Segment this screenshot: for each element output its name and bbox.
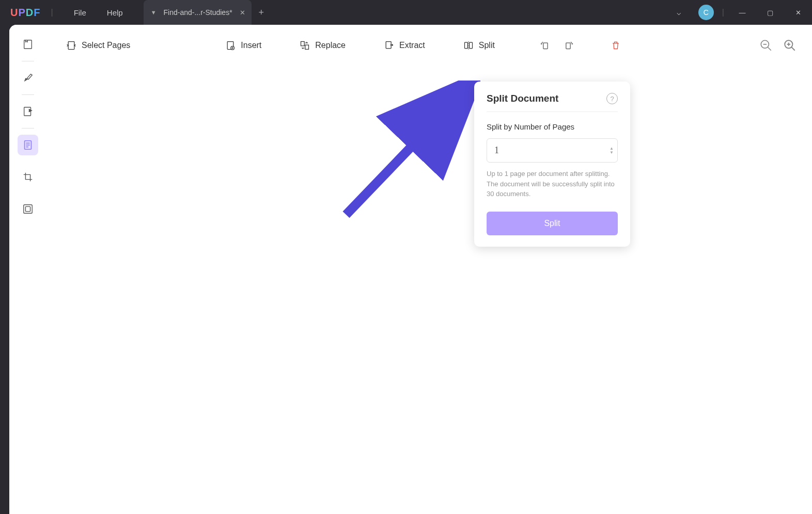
zoom-out-button[interactable] bbox=[759, 39, 773, 52]
extract-label: Extract bbox=[399, 41, 425, 50]
pages-count-input[interactable] bbox=[487, 138, 618, 163]
tab-dropdown-icon[interactable]: ▼ bbox=[151, 9, 157, 15]
rotate-left-button[interactable] bbox=[536, 36, 555, 55]
chevron-down-icon[interactable]: ⌵ bbox=[667, 0, 690, 25]
replace-button[interactable]: Replace bbox=[292, 36, 353, 55]
separator bbox=[22, 128, 34, 128]
separator bbox=[22, 61, 34, 61]
extract-button[interactable]: Extract bbox=[377, 36, 432, 55]
toolbar: Select Pages Insert Replace Extract Spli… bbox=[46, 25, 812, 66]
maximize-button[interactable]: ▢ bbox=[756, 0, 784, 25]
svg-rect-17 bbox=[543, 43, 548, 49]
insert-button[interactable]: Insert bbox=[218, 36, 269, 55]
rotate-right-button[interactable] bbox=[559, 36, 577, 55]
tab-title: Find-and-...r-Studies* bbox=[164, 8, 232, 17]
insert-label: Insert bbox=[241, 41, 261, 50]
svg-rect-7 bbox=[25, 206, 30, 211]
split-button[interactable]: Split bbox=[456, 36, 502, 55]
window-controls: ⌵ C | — ▢ ✕ bbox=[667, 0, 812, 25]
svg-rect-18 bbox=[566, 43, 570, 49]
svg-rect-8 bbox=[68, 42, 74, 50]
sidebar-edit[interactable] bbox=[18, 101, 38, 122]
help-menu[interactable]: Help bbox=[97, 8, 133, 17]
svg-rect-6 bbox=[24, 205, 33, 214]
separator: | bbox=[51, 8, 53, 17]
svg-rect-15 bbox=[469, 42, 472, 49]
split-document-panel: Split Document ? Split by Number of Page… bbox=[474, 82, 630, 247]
close-button[interactable]: ✕ bbox=[784, 0, 812, 25]
titlebar: UPDF | File Help ▼ Find-and-...r-Studies… bbox=[0, 0, 812, 25]
separator: | bbox=[722, 8, 724, 17]
sidebar-comment[interactable] bbox=[18, 68, 38, 88]
svg-rect-12 bbox=[305, 45, 309, 49]
thumbnail-grid bbox=[46, 66, 812, 514]
split-confirm-button[interactable]: Split bbox=[487, 212, 618, 235]
select-pages-label: Select Pages bbox=[82, 41, 130, 50]
main-area: Select Pages Insert Replace Extract Spli… bbox=[46, 25, 812, 514]
sidebar-crop[interactable] bbox=[18, 167, 38, 187]
tab-area: ▼ Find-and-...r-Studies* ✕ + bbox=[144, 0, 264, 25]
close-icon[interactable]: ✕ bbox=[240, 9, 245, 17]
svg-line-20 bbox=[768, 47, 771, 51]
content-area: Select Pages Insert Replace Extract Spli… bbox=[9, 25, 812, 514]
file-menu[interactable]: File bbox=[64, 8, 97, 17]
delete-button[interactable] bbox=[606, 36, 625, 55]
app-logo: UPDF bbox=[10, 7, 40, 19]
separator bbox=[22, 94, 34, 95]
number-spinner[interactable]: ▲▼ bbox=[610, 147, 614, 155]
document-tab[interactable]: ▼ Find-and-...r-Studies* ✕ bbox=[144, 0, 252, 25]
help-icon[interactable]: ? bbox=[606, 93, 618, 104]
user-avatar[interactable]: C bbox=[698, 5, 714, 20]
sidebar bbox=[9, 25, 46, 514]
svg-line-23 bbox=[791, 47, 795, 51]
minimize-button[interactable]: — bbox=[728, 0, 756, 25]
sidebar-tools[interactable] bbox=[18, 199, 38, 219]
split-by-label: Split by Number of Pages bbox=[487, 122, 618, 131]
split-panel-title: Split Document bbox=[487, 93, 558, 104]
split-hint-text: Up to 1 page per document after splittin… bbox=[487, 169, 618, 199]
add-tab-button[interactable]: + bbox=[259, 7, 264, 18]
split-label: Split bbox=[479, 41, 495, 50]
sidebar-thumbnails[interactable] bbox=[18, 34, 38, 55]
select-pages-button[interactable]: Select Pages bbox=[59, 36, 137, 55]
sidebar-organize[interactable] bbox=[18, 135, 38, 155]
separator bbox=[487, 111, 618, 112]
zoom-in-button[interactable] bbox=[783, 39, 797, 52]
replace-label: Replace bbox=[315, 41, 346, 50]
svg-rect-11 bbox=[301, 42, 305, 46]
svg-rect-14 bbox=[464, 42, 467, 49]
